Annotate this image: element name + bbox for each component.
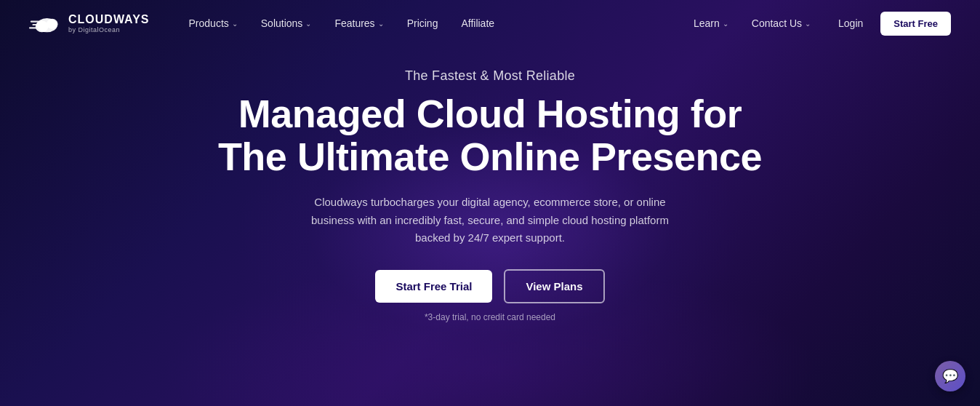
nav-item-learn[interactable]: Learn ⌄ (683, 12, 739, 35)
svg-rect-3 (31, 20, 39, 22)
view-plans-button[interactable]: View Plans (504, 269, 604, 303)
cloudways-logo-icon (29, 12, 61, 34)
nav-item-solutions[interactable]: Solutions ⌄ (251, 12, 322, 35)
start-free-trial-button[interactable]: Start Free Trial (375, 270, 492, 303)
login-button[interactable]: Login (827, 12, 875, 35)
svg-point-2 (47, 19, 58, 29)
svg-point-1 (36, 20, 49, 32)
chat-icon: 💬 (942, 368, 958, 384)
brand-name: CLOUDWAYS (68, 13, 150, 26)
logo[interactable]: CLOUDWAYS by DigitalOcean (29, 12, 150, 34)
chevron-down-icon: ⌄ (723, 20, 728, 28)
brand-sub: by DigitalOcean (68, 26, 150, 33)
hero-subtitle: The Fastest & Most Reliable (405, 68, 575, 84)
navbar: CLOUDWAYS by DigitalOcean Products ⌄ Sol… (0, 0, 980, 47)
hero-title: Managed Cloud Hosting for The Ultimate O… (206, 92, 774, 179)
navbar-left: CLOUDWAYS by DigitalOcean Products ⌄ Sol… (29, 12, 505, 35)
trial-note: *3-day trial, no credit card needed (425, 312, 555, 322)
navbar-right: Learn ⌄ Contact Us ⌄ Login Start Free (683, 12, 951, 36)
hero-description: Cloudways turbocharges your digital agen… (294, 194, 686, 247)
chat-bubble-button[interactable]: 💬 (935, 361, 965, 391)
nav-item-features[interactable]: Features ⌄ (324, 12, 393, 35)
nav-links-left: Products ⌄ Solutions ⌄ Features ⌄ Pricin… (179, 12, 505, 35)
chevron-down-icon: ⌄ (232, 20, 238, 28)
nav-item-contact[interactable]: Contact Us ⌄ (742, 12, 821, 35)
chevron-down-icon: ⌄ (805, 20, 811, 28)
nav-item-pricing[interactable]: Pricing (397, 12, 449, 35)
hero-section: The Fastest & Most Reliable Managed Clou… (0, 47, 980, 337)
nav-item-affiliate[interactable]: Affiliate (451, 12, 505, 35)
nav-links-right: Learn ⌄ Contact Us ⌄ (683, 12, 821, 35)
start-free-nav-button[interactable]: Start Free (880, 12, 951, 36)
page-wrapper: CLOUDWAYS by DigitalOcean Products ⌄ Sol… (0, 0, 980, 406)
svg-rect-5 (29, 27, 37, 28)
logo-text: CLOUDWAYS by DigitalOcean (68, 13, 150, 33)
chevron-down-icon: ⌄ (305, 20, 311, 28)
svg-rect-4 (32, 24, 39, 25)
chevron-down-icon: ⌄ (378, 20, 384, 28)
hero-buttons: Start Free Trial View Plans (375, 269, 604, 303)
nav-item-products[interactable]: Products ⌄ (179, 12, 248, 35)
